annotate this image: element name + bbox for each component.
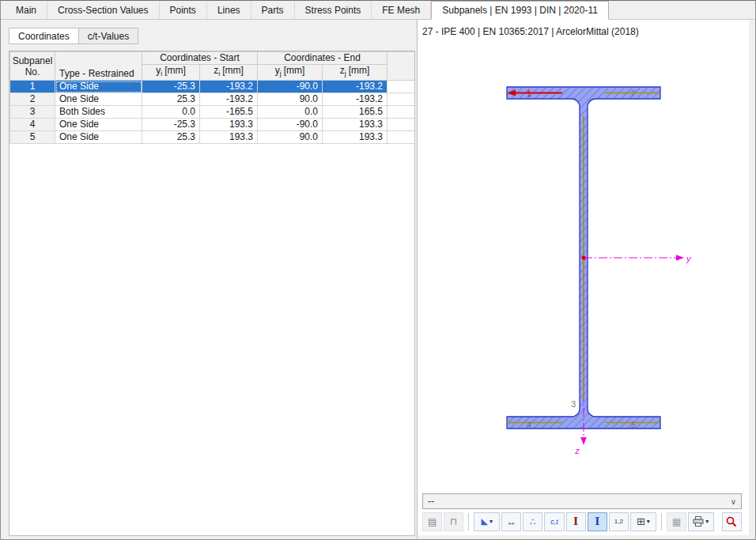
- numbering-button[interactable]: 1,2: [609, 512, 629, 531]
- header-zi: zi[mm]: [200, 65, 258, 81]
- cell-subpanel-no[interactable]: 2: [10, 93, 55, 106]
- subpanel-label-1: 1: [527, 89, 531, 98]
- cell-yi[interactable]: -25.3: [142, 119, 200, 131]
- printer-icon: [693, 516, 704, 527]
- cell-filler: [387, 81, 415, 93]
- cell-zi[interactable]: 193.3: [200, 131, 258, 144]
- cell-yj[interactable]: -90.0: [258, 81, 323, 93]
- tab-stress-points[interactable]: Stress Points: [295, 2, 372, 19]
- clip-icon: ⊓: [450, 516, 457, 527]
- subtab-ct-values[interactable]: c/t-Values: [79, 28, 138, 44]
- header-subpanel-no: Subpanel No.: [10, 52, 55, 81]
- parts-ibeam-icon: I: [573, 515, 578, 527]
- table-layout-button[interactable]: ⊞▾: [630, 512, 656, 531]
- tab-cross-section-values[interactable]: Cross-Section Values: [47, 2, 160, 19]
- dropdown-arrow-icon: ▾: [490, 518, 493, 525]
- viewer-panel: 27 - IPE 400 | EN 10365:2017 | ArcelorMi…: [418, 20, 749, 535]
- subpanel-label-2: 2: [631, 89, 636, 98]
- cell-yi[interactable]: 25.3: [142, 93, 200, 106]
- header-filler: [387, 52, 415, 81]
- subpanels-ibeam-icon: I: [595, 515, 599, 527]
- cell-zi[interactable]: -165.5: [200, 106, 258, 119]
- section-drawing[interactable]: y z 1 2 3 4 5: [418, 20, 750, 535]
- tab-points[interactable]: Points: [160, 2, 207, 19]
- viewer-toolbar: ▤ ⊓ ◣▾ ↔ ∴ c,t I I 1,2 ⊞▾ ▦: [422, 511, 742, 532]
- tab-bar: Main Cross-Section Values Points Lines P…: [1, 1, 755, 20]
- ct-parts-icon: c,t: [550, 518, 558, 526]
- grid-button: ▦: [667, 512, 686, 531]
- dialog-body: Coordinates c/t-Values Subpanel No.: [1, 20, 755, 540]
- table-row[interactable]: 5 One Side 25.3 193.3 90.0 193.3: [10, 131, 416, 144]
- subpanel-label-3: 3: [571, 400, 576, 409]
- cell-yi[interactable]: 25.3: [142, 131, 200, 144]
- header-subpanel-line2: No.: [10, 66, 55, 77]
- dropdown-arrow-icon: ▾: [705, 518, 709, 525]
- cell-zj[interactable]: 193.3: [323, 131, 387, 144]
- cell-subpanel-no[interactable]: 3: [10, 106, 55, 119]
- cell-type[interactable]: One Side: [55, 93, 142, 106]
- dimensions-icon: ↔: [507, 516, 516, 527]
- table-row[interactable]: 1 One Side -25.3 -193.2 -90.0 -193.2: [10, 81, 416, 93]
- stress-points-icon: ∴: [530, 516, 536, 527]
- stress-points-button[interactable]: ∴: [523, 512, 542, 531]
- dropdown-value: --: [428, 496, 434, 507]
- table-layout-icon: ⊞: [637, 515, 645, 527]
- header-type-restrained: Type - Restrained: [55, 52, 142, 81]
- toolbar-separator: [661, 513, 662, 531]
- header-zj: zj[mm]: [323, 65, 387, 81]
- dropdown-arrow-icon: ▾: [647, 518, 650, 525]
- subpanels-button[interactable]: I: [588, 512, 607, 531]
- cell-type[interactable]: One Side: [55, 119, 142, 131]
- tab-lines[interactable]: Lines: [207, 2, 251, 19]
- parts-button[interactable]: I: [566, 512, 586, 531]
- cell-type[interactable]: One Side: [55, 81, 142, 93]
- table-row[interactable]: 3 Both Sides 0.0 -165.5 0.0 165.5: [10, 106, 416, 119]
- cell-zi[interactable]: -193.2: [200, 93, 258, 106]
- cell-zj[interactable]: -193.2: [323, 81, 387, 93]
- magnifier-icon: [726, 516, 737, 527]
- cell-yj[interactable]: 90.0: [258, 93, 323, 106]
- axis-z-label: z: [574, 446, 580, 455]
- cell-yi[interactable]: 0.0: [142, 106, 200, 119]
- cell-filler: [387, 119, 415, 131]
- tab-main[interactable]: Main: [6, 2, 47, 19]
- subtab-coordinates[interactable]: Coordinates: [9, 28, 79, 44]
- print-button[interactable]: ▾: [688, 512, 714, 531]
- cell-zi[interactable]: 193.3: [200, 119, 258, 131]
- chevron-down-icon: ∨: [731, 497, 736, 506]
- copy-table-button: ▤: [422, 512, 442, 531]
- table-row[interactable]: 2 One Side 25.3 -193.2 90.0 -193.2: [10, 93, 416, 106]
- zoom-reset-button[interactable]: [722, 512, 742, 531]
- cell-zj[interactable]: 165.5: [323, 106, 387, 119]
- cell-yj[interactable]: 90.0: [258, 131, 323, 144]
- cell-subpanel-no[interactable]: 5: [10, 131, 55, 144]
- cell-type[interactable]: One Side: [55, 131, 142, 144]
- tab-parts[interactable]: Parts: [251, 2, 295, 19]
- table-row[interactable]: 4 One Side -25.3 193.3 -90.0 193.3: [10, 119, 416, 131]
- tab-fe-mesh[interactable]: FE Mesh: [372, 2, 431, 19]
- ct-parts-button[interactable]: c,t: [544, 512, 564, 531]
- cell-subpanel-no[interactable]: 4: [10, 119, 55, 131]
- header-yi: yi[mm]: [142, 65, 200, 81]
- stress-diagram-button[interactable]: ◣▾: [474, 512, 500, 531]
- left-panel: Coordinates c/t-Values Subpanel No.: [1, 20, 418, 540]
- dimensions-button[interactable]: ↔: [501, 512, 521, 531]
- comparison-dropdown[interactable]: -- ∨: [422, 493, 742, 509]
- cell-filler: [387, 106, 415, 119]
- header-coordinates-start: Coordinates - Start: [142, 52, 258, 65]
- cell-yj[interactable]: 0.0: [258, 106, 323, 119]
- cell-zj[interactable]: 193.3: [323, 119, 387, 131]
- cell-zi[interactable]: -193.2: [200, 81, 258, 93]
- cell-zj[interactable]: -193.2: [323, 93, 387, 106]
- cell-type[interactable]: Both Sides: [55, 106, 142, 119]
- subpanel-table: Subpanel No. Type - Restrained Coordinat…: [9, 51, 415, 144]
- tab-subpanels[interactable]: Subpanels | EN 1993 | DIN | 2020-11: [431, 1, 609, 20]
- clip-button: ⊓: [444, 512, 463, 531]
- viewer-title: 27 - IPE 400 | EN 10365:2017 | ArcelorMi…: [422, 26, 639, 37]
- cell-subpanel-no[interactable]: 1: [10, 81, 55, 93]
- cell-yj[interactable]: -90.0: [258, 119, 323, 131]
- cell-filler: [387, 93, 415, 106]
- subtab-bar: Coordinates c/t-Values: [9, 28, 417, 44]
- header-yj: yj[mm]: [258, 65, 323, 81]
- cell-yi[interactable]: -25.3: [142, 81, 200, 93]
